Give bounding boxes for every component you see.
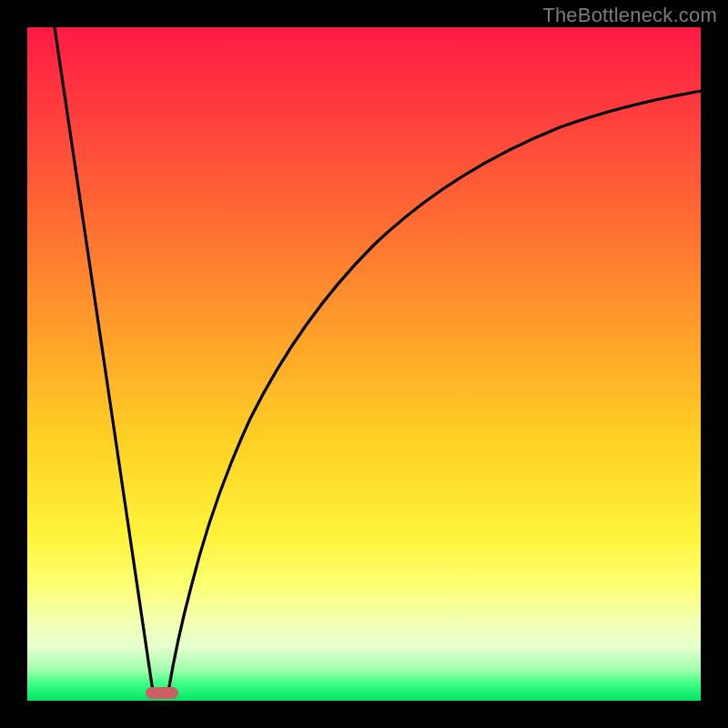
watermark-text: TheBottleneck.com — [542, 4, 717, 27]
chart-curves-svg — [27, 27, 701, 701]
right-branch-line — [168, 91, 701, 692]
minimum-marker — [146, 687, 178, 699]
chart-plot-area — [27, 27, 701, 701]
left-branch-line — [55, 27, 153, 692]
